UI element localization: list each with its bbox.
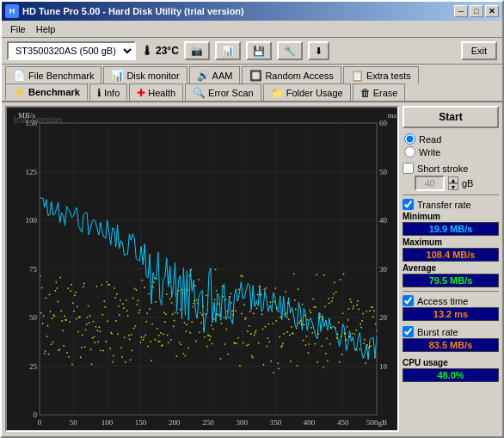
transfer-rate-section: Transfer rate Minimum 19.9 MB/s Maximum … <box>403 199 499 287</box>
menu-file[interactable]: File <box>5 22 31 36</box>
burst-rate-value: 83.5 MB/s <box>403 338 499 352</box>
menu-help[interactable]: Help <box>31 22 61 36</box>
write-radio-label[interactable]: Write <box>404 146 497 157</box>
random-access-icon: 🔲 <box>249 70 262 82</box>
cpu-usage-label: CPU usage <box>403 358 448 367</box>
start-button[interactable]: Start <box>403 106 499 128</box>
tab-health[interactable]: ✚ Health <box>129 83 183 101</box>
transfer-rate-label[interactable]: Transfer rate <box>403 199 499 210</box>
minimum-stat: Minimum 19.9 MB/s <box>403 212 499 236</box>
access-time-section: Access time 13.2 ms <box>403 295 499 321</box>
toolbar-btn-5[interactable]: ⬇ <box>308 41 329 60</box>
tab-folder-usage[interactable]: 📁 Folder Usage <box>263 83 351 101</box>
short-stroke-input-row: ▲ ▼ gB <box>415 176 499 191</box>
read-radio-label[interactable]: Read <box>404 133 497 145</box>
average-value: 79.5 MB/s <box>403 274 499 287</box>
maximum-value: 108.4 MB/s <box>403 248 499 262</box>
transfer-rate-checkbox[interactable] <box>403 199 414 210</box>
access-time-text: Access time <box>417 296 468 306</box>
tab-info-label: Info <box>104 88 120 98</box>
divider-2 <box>403 291 499 292</box>
tab-info[interactable]: ℹ Info <box>89 83 127 101</box>
access-time-value: 13.2 ms <box>403 307 499 321</box>
error-scan-icon: 🔍 <box>193 87 206 99</box>
minimize-button[interactable]: ─ <box>454 5 468 17</box>
spin-up-button[interactable]: ▲ <box>448 176 458 183</box>
read-label: Read <box>419 134 441 145</box>
maximize-button[interactable]: □ <box>470 5 483 17</box>
info-icon: ℹ <box>97 87 101 99</box>
tab-benchmark[interactable]: ⚡ Benchmark <box>5 83 88 101</box>
temperature-display: 🌡 23°C <box>141 44 179 58</box>
access-time-label[interactable]: Access time <box>403 295 499 306</box>
toolbar-btn-1[interactable]: 📷 <box>184 41 210 60</box>
tab-error-scan[interactable]: 🔍 Error Scan <box>185 83 261 101</box>
toolbar: ST3500320AS (500 gB) 🌡 23°C 📷 📊 💾 🔧 ⬇ Ex… <box>2 38 502 65</box>
aam-icon: 🔊 <box>197 70 210 82</box>
minimum-value: 19.9 MB/s <box>403 222 499 236</box>
window-title: HD Tune Pro 5.00 - Hard Disk Utility (tr… <box>22 6 244 16</box>
tab-file-benchmark[interactable]: 📄 File Benchmark <box>5 66 101 83</box>
toolbar-btn-4[interactable]: 🔧 <box>277 41 303 60</box>
erase-icon: 🗑 <box>360 87 371 99</box>
tab-disk-monitor[interactable]: 📊 Disk monitor <box>103 66 187 83</box>
write-radio[interactable] <box>404 146 415 157</box>
read-radio[interactable] <box>404 133 415 145</box>
benchmark-chart <box>7 108 399 432</box>
chart-area: trial version <box>5 106 399 432</box>
transfer-rate-text: Transfer rate <box>417 200 471 210</box>
burst-rate-section: Burst rate 83.5 MB/s <box>403 326 499 352</box>
short-stroke-label[interactable]: Short stroke <box>403 163 499 174</box>
tab-aam-label: AAM <box>212 71 233 81</box>
drive-select[interactable]: ST3500320AS (500 gB) <box>7 41 136 60</box>
main-window: H HD Tune Pro 5.00 - Hard Disk Utility (… <box>0 0 504 438</box>
tab-random-access[interactable]: 🔲 Random Access <box>242 66 341 83</box>
divider-1 <box>403 194 499 195</box>
benchmark-icon: ⚡ <box>13 86 26 98</box>
minimum-label: Minimum <box>403 212 499 221</box>
exit-button[interactable]: Exit <box>461 41 497 60</box>
spin-down-button[interactable]: ▼ <box>448 183 458 190</box>
health-icon: ✚ <box>137 87 145 99</box>
right-panel: Start Read Write Short stroke <box>403 106 499 432</box>
close-button[interactable]: ✕ <box>485 5 499 17</box>
maximum-stat: Maximum 108.4 MB/s <box>403 238 499 262</box>
tab-erase[interactable]: 🗑 Erase <box>353 83 406 101</box>
file-benchmark-icon: 📄 <box>13 70 26 82</box>
access-time-checkbox[interactable] <box>403 295 414 306</box>
short-stroke-input[interactable] <box>415 176 445 191</box>
tab-benchmark-label: Benchmark <box>28 87 80 97</box>
tab-health-label: Health <box>148 88 175 98</box>
tabs-row2: ⚡ Benchmark ℹ Info ✚ Health 🔍 Error Scan… <box>2 83 502 102</box>
thermometer-icon: 🌡 <box>141 44 153 58</box>
tab-aam[interactable]: 🔊 AAM <box>189 66 241 83</box>
tab-erase-label: Erase <box>373 88 398 98</box>
cpu-usage-value: 48.0% <box>403 368 499 382</box>
short-stroke-text: Short stroke <box>417 163 468 174</box>
tab-file-benchmark-label: File Benchmark <box>28 71 94 81</box>
temperature-value: 23°C <box>156 45 179 57</box>
toolbar-btn-3[interactable]: 💾 <box>246 41 272 60</box>
write-label: Write <box>419 147 440 157</box>
burst-rate-text: Burst rate <box>417 327 458 337</box>
spinner: ▲ ▼ <box>448 176 458 190</box>
tab-extra-tests[interactable]: 📋 Extra tests <box>343 66 419 83</box>
tab-extra-tests-label: Extra tests <box>366 71 411 81</box>
tab-disk-monitor-label: Disk monitor <box>126 71 179 81</box>
burst-rate-label[interactable]: Burst rate <box>403 326 499 337</box>
burst-rate-checkbox[interactable] <box>403 326 414 337</box>
read-write-group: Read Write <box>403 132 499 159</box>
toolbar-btn-2[interactable]: 📊 <box>215 41 241 60</box>
short-stroke-checkbox[interactable] <box>403 163 414 174</box>
menu-bar: File Help <box>2 21 502 38</box>
title-bar: H HD Tune Pro 5.00 - Hard Disk Utility (… <box>2 2 502 21</box>
tab-folder-usage-label: Folder Usage <box>286 88 343 98</box>
folder-usage-icon: 📁 <box>271 87 284 99</box>
tab-random-access-label: Random Access <box>265 71 333 81</box>
tabs-row1: 📄 File Benchmark 📊 Disk monitor 🔊 AAM 🔲 … <box>2 65 502 83</box>
short-stroke-section: Short stroke ▲ ▼ gB <box>403 163 499 191</box>
average-stat: Average 79.5 MB/s <box>403 263 499 287</box>
watermark: trial version <box>14 114 62 125</box>
disk-monitor-icon: 📊 <box>111 70 124 82</box>
cpu-usage-section: CPU usage 48.0% <box>403 357 499 382</box>
